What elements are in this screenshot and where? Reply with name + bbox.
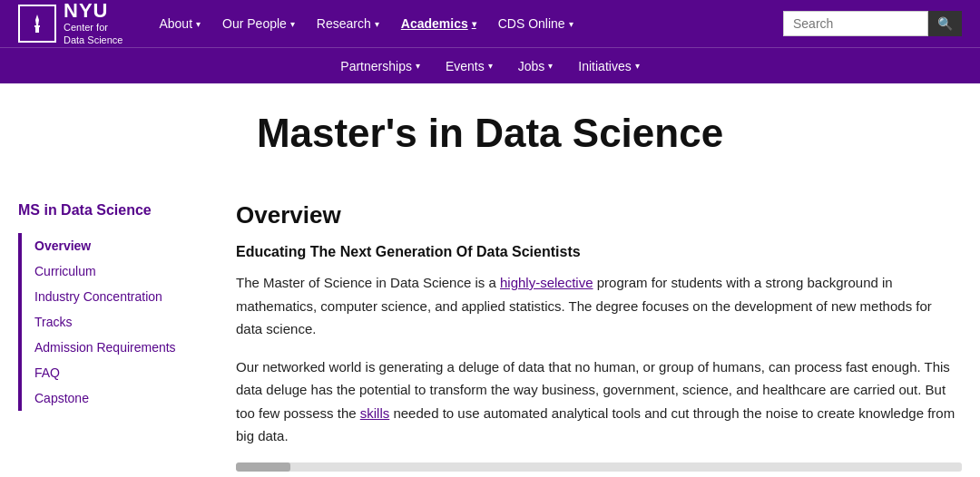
logo-area[interactable]: NYU Center for Data Science	[18, 1, 122, 47]
content-paragraph-2: Our networked world is generating a delu…	[236, 355, 962, 448]
sidebar-item-capstone[interactable]: Capstone	[31, 385, 200, 411]
nav-jobs[interactable]: Jobs ▾	[505, 54, 566, 79]
sidebar-item-faq[interactable]: FAQ	[31, 360, 200, 385]
logo-subtitle: Center for Data Science	[64, 21, 122, 47]
search-input[interactable]	[783, 11, 928, 36]
chevron-down-icon: ▾	[488, 61, 493, 71]
chevron-down-icon: ▾	[635, 61, 640, 71]
nav-our-people[interactable]: Our People ▾	[213, 11, 304, 36]
main-content: MS in Data Science Overview Curriculum I…	[0, 174, 980, 477]
sidebar: MS in Data Science Overview Curriculum I…	[18, 201, 218, 472]
nyu-torch-icon	[26, 13, 48, 34]
sidebar-nav: Overview Curriculum Industry Concentrati…	[18, 233, 200, 411]
logo-box	[18, 5, 56, 43]
nav-top-row: NYU Center for Data Science About ▾ Our …	[0, 0, 980, 47]
nav-partnerships[interactable]: Partnerships ▾	[328, 54, 433, 79]
sidebar-heading[interactable]: MS in Data Science	[18, 201, 200, 220]
logo-text: NYU Center for Data Science	[64, 1, 122, 47]
sidebar-item-industry-concentration[interactable]: Industry Concentration	[31, 284, 200, 309]
chevron-down-icon: ▾	[548, 61, 553, 71]
overview-heading: Overview	[236, 201, 962, 229]
page-title: Master's in Data Science	[18, 111, 962, 156]
highly-selective-link[interactable]: highly-selective	[500, 275, 593, 290]
nav-bottom-row: Partnerships ▾ Events ▾ Jobs ▾ Initiativ…	[0, 47, 980, 83]
logo-nyu: NYU	[64, 1, 122, 21]
nav-events[interactable]: Events ▾	[433, 54, 505, 79]
content-area: Overview Educating The Next Generation O…	[218, 201, 962, 472]
sidebar-item-tracks[interactable]: Tracks	[31, 309, 200, 335]
nav-academics[interactable]: Academics ▾	[392, 11, 485, 36]
nav-initiatives[interactable]: Initiatives ▾	[565, 54, 652, 79]
nav-research[interactable]: Research ▾	[308, 11, 388, 36]
sidebar-item-curriculum[interactable]: Curriculum	[31, 258, 200, 284]
page-title-section: Master's in Data Science	[0, 83, 980, 174]
chevron-down-icon: ▾	[196, 19, 201, 29]
scroll-indicator	[236, 462, 962, 472]
chevron-down-icon: ▾	[290, 19, 295, 29]
nav-top-items: About ▾ Our People ▾ Research ▾ Academic…	[150, 11, 783, 36]
site-header: NYU Center for Data Science About ▾ Our …	[0, 0, 980, 83]
nav-cds-online[interactable]: CDS Online ▾	[489, 11, 583, 36]
chevron-down-icon: ▾	[472, 19, 476, 29]
nav-about[interactable]: About ▾	[150, 11, 210, 36]
chevron-down-icon: ▾	[375, 19, 379, 29]
chevron-down-icon: ▾	[569, 19, 573, 29]
search-area: 🔍	[783, 11, 962, 36]
content-paragraph-1: The Master of Science in Data Science is…	[236, 271, 962, 341]
content-subtitle: Educating The Next Generation Of Data Sc…	[236, 244, 962, 260]
sidebar-item-overview[interactable]: Overview	[31, 233, 200, 258]
search-button[interactable]: 🔍	[928, 11, 962, 36]
sidebar-item-admission-requirements[interactable]: Admission Requirements	[31, 335, 200, 360]
scroll-thumb	[236, 462, 290, 472]
skills-link[interactable]: skills	[360, 405, 390, 421]
chevron-down-icon: ▾	[416, 61, 420, 71]
